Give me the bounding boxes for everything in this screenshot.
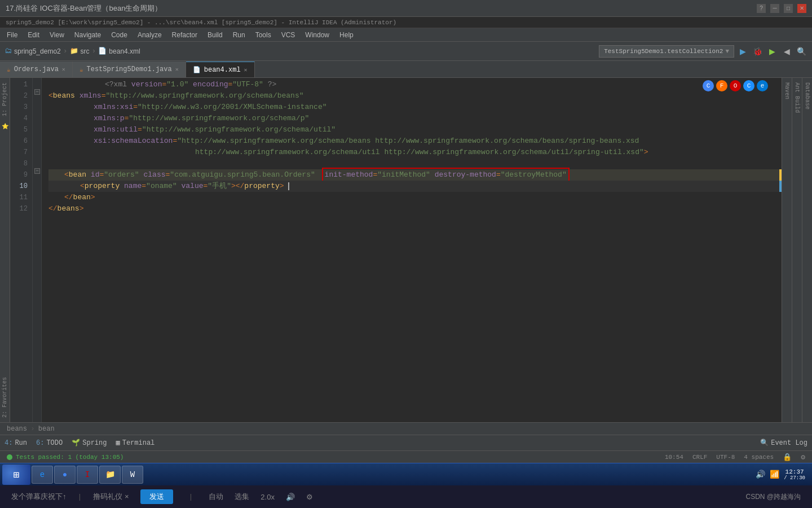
menu-tools[interactable]: Tools [251,30,276,40]
window-controls[interactable]: ? ─ □ ✕ [757,4,806,13]
debug-button[interactable]: 🐞 [751,45,764,58]
database-panel-label[interactable]: Database [803,78,811,114]
star-label[interactable]: ⭐ [1,121,10,132]
intellij-taskbar-icon: I [82,469,93,480]
menu-build[interactable]: Build [203,30,227,40]
action-speed[interactable]: 2.0x [261,493,275,501]
menu-analyze[interactable]: Analyze [133,30,166,40]
action-barrage[interactable]: 发个弹幕庆祝下↑ [11,492,67,502]
minimize-btn[interactable]: ─ [770,4,779,13]
breadcrumb-beans[interactable]: beans [7,425,27,433]
toolbar: 🗂 spring5_demo2 › 📁 src › 📄 bean4.xml Te… [0,42,812,61]
action-send-button[interactable]: 发送 [140,489,173,504]
menu-code[interactable]: Code [107,30,132,40]
run-config-selector[interactable]: TestSpring5Demo1.testCollection2 ▼ [599,45,734,58]
tab-close-icon2[interactable]: ✕ [175,66,179,73]
ant-build-panel-label[interactable]: Ant Build [793,78,801,117]
menu-view[interactable]: View [45,30,69,40]
chrome-icon[interactable]: C [703,80,714,91]
clock-time: 12:37 [784,468,805,475]
profile-button[interactable]: ◀ [780,45,793,58]
edge-icon[interactable]: e [757,80,768,91]
breadcrumb-project[interactable]: spring5_demo2 [14,47,61,55]
line-num-11: 11 [10,192,28,203]
action-settings-icon[interactable]: ⚙ [306,493,313,501]
maximize-btn[interactable]: □ [784,4,793,13]
code-editor[interactable]: <?xml version="1.0" encoding="UTF-8" ?> … [42,78,782,422]
taskbar-explorer[interactable]: 📁 [99,466,121,484]
line-indicator-10 [779,181,782,192]
breadcrumb-bean[interactable]: bean [38,425,55,433]
coverage-button[interactable]: ▶ [766,45,778,58]
subtitle-text: spring5_demo2 [E:\work\spring5_demo2] - … [6,19,396,26]
breadcrumb-file[interactable]: bean4.xml [109,47,140,55]
terminal-tool[interactable]: ▦ Terminal [116,439,155,447]
right-sidebar-db: Database [802,78,812,422]
code-line-6: xsi:schemaLocation="http://www.springfra… [48,135,782,147]
run-config-dropdown-icon[interactable]: ▼ [725,48,729,55]
breadcrumb: 🗂 spring5_demo2 › 📁 src › 📄 bean4.xml [5,47,597,55]
menu-run[interactable]: Run [228,30,250,40]
taskbar-chrome[interactable]: ● [54,466,76,484]
taskbar-intellij[interactable]: I [77,466,98,484]
tab-close-icon[interactable]: ✕ [62,66,65,73]
menu-vcs[interactable]: VCS [277,30,300,40]
event-log-tool[interactable]: 🔍 Event Log [760,439,807,447]
taskbar-speaker-icon[interactable]: 🔊 [756,470,765,479]
status-right: 10:54 CRLF UTF-8 4 spaces 🔒 ⚙ [665,453,805,462]
code-line-5: xmlns:util="http://www.springframework.o… [48,124,782,135]
search-button[interactable]: 🔍 [795,45,807,58]
taskbar-other[interactable]: W [122,466,143,484]
left-sidebar: 1: Project ⭐ 2: Favorites [0,78,10,422]
java-icon: ☕ [7,66,11,73]
spring-tool[interactable]: 🌱 Spring [72,439,107,447]
lock-icon: 🔒 [783,453,792,462]
code-line-7: http://www.springframework.org/schema/ut… [48,147,782,158]
todo-tool[interactable]: 6: TODO [36,439,63,447]
run-tool[interactable]: 4: Run [5,439,27,447]
action-gift[interactable]: 撸码礼仪 × [93,492,129,502]
menu-refactor[interactable]: Refactor [167,30,202,40]
ie-taskbar-icon: e [37,469,48,480]
tab-testspring-java[interactable]: ☕ TestSpring5Demo1.java ✕ [73,62,186,77]
help-btn[interactable]: ? [757,4,766,13]
tab-close-icon3[interactable]: ✕ [244,67,248,73]
maven-panel-label[interactable]: Maven [783,78,791,104]
breadcrumb-src[interactable]: src [81,47,90,55]
chrome2-icon[interactable]: C [743,80,754,91]
firefox-icon[interactable]: F [716,80,727,91]
menu-window[interactable]: Window [301,30,334,40]
menu-file[interactable]: File [2,30,22,40]
run-button[interactable]: ▶ [736,45,749,58]
start-button[interactable]: ⊞ [2,465,30,485]
tab-label2: TestSpring5Demo1.java [87,65,172,73]
menu-edit[interactable]: Edit [23,30,44,40]
line-num-4: 4 [10,113,28,124]
windows-icon: ⊞ [14,468,20,481]
project-panel-label[interactable]: 1: Project [1,78,9,121]
action-auto[interactable]: 自动 [209,492,223,502]
status-line-ending[interactable]: CRLF [692,454,707,461]
action-playlist[interactable]: 选集 [235,492,249,502]
menu-navigate[interactable]: Navigate [70,30,105,40]
taskbar-ie[interactable]: e [32,466,53,484]
fold-bean-icon[interactable]: − [34,168,40,174]
code-line-12: </beans> [48,203,782,214]
favorites-panel-label[interactable]: 2: Favorites [1,373,9,422]
status-encoding[interactable]: UTF-8 [716,454,735,461]
action-volume-icon[interactable]: 🔊 [286,493,295,501]
tab-orders-java[interactable]: ☕ Orders.java ✕ [0,62,73,77]
close-btn[interactable]: ✕ [797,4,806,13]
editor-area[interactable]: 1 2 3 4 5 6 7 8 9 10 11 12 − − [10,78,782,422]
menu-help[interactable]: Help [335,30,358,40]
settings-icon[interactable]: ⚙ [801,453,805,462]
editor-content: 1 2 3 4 5 6 7 8 9 10 11 12 − − [10,78,782,422]
status-indent[interactable]: 4 spaces [744,454,774,461]
bottom-toolbar: 4: Run 6: TODO 🌱 Spring ▦ Terminal 🔍 Eve… [0,435,812,450]
code-line-2: <beans xmlns="http://www.springframework… [48,90,782,102]
fold-beans-icon[interactable]: − [34,89,40,95]
opera-icon[interactable]: O [730,80,741,91]
taskbar-network-icon[interactable]: 📶 [770,470,779,479]
tab-bean4-xml[interactable]: 📄 bean4.xml ✕ [186,62,255,77]
csdn-watermark: CSDN @跨越海沟 [745,492,801,502]
